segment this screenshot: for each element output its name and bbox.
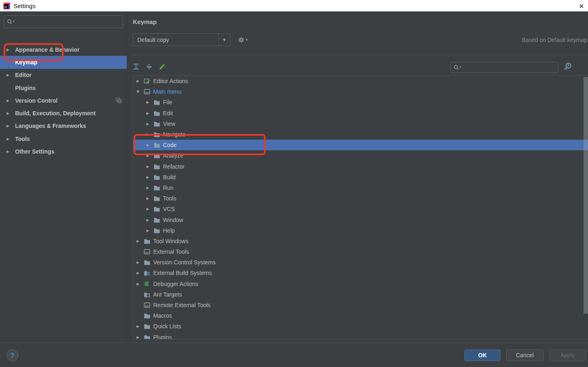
edit-shortcut-button[interactable] bbox=[159, 64, 165, 70]
tree-row[interactable]: ▶ Analyze bbox=[133, 150, 588, 161]
tree-row-label: VCS bbox=[163, 206, 175, 212]
chevron-right-icon[interactable]: ▶ bbox=[145, 186, 154, 190]
tree-row-label: Remote External Tools bbox=[153, 302, 211, 308]
chevron-right-icon[interactable]: ▼ bbox=[136, 90, 144, 94]
chevron-right-icon[interactable]: ▶ bbox=[136, 335, 144, 339]
page-title: Keymap bbox=[133, 18, 156, 25]
sidebar-item-version-control[interactable]: ▶ Version Control bbox=[0, 94, 127, 107]
tree-row[interactable]: ▶ Code bbox=[133, 140, 588, 150]
tree-row[interactable]: ▶ Window bbox=[133, 214, 588, 225]
chevron-down-icon: ▼ bbox=[246, 38, 248, 42]
chevron-right-icon[interactable]: ▶ bbox=[136, 271, 144, 275]
tree-row[interactable]: ▶ Run bbox=[133, 182, 588, 193]
sidebar-item-label: Appearance & Behavior bbox=[15, 46, 79, 53]
sidebar-item-languages-frameworks[interactable]: ▶ Languages & Frameworks bbox=[0, 120, 127, 132]
tree-row[interactable]: ▼ Main menu bbox=[133, 86, 588, 97]
tree-row-label: External Build Systems bbox=[153, 270, 212, 276]
tree-row[interactable]: Remote External Tools bbox=[133, 300, 588, 310]
chevron-right-icon[interactable]: ▶ bbox=[145, 154, 154, 158]
collapse-all-button[interactable] bbox=[146, 64, 152, 70]
expand-all-button[interactable] bbox=[133, 64, 139, 70]
sidebar-search-input[interactable] bbox=[15, 16, 123, 28]
chevron-right-icon[interactable]: ▶ bbox=[145, 122, 154, 126]
tree-row-label: Edit bbox=[163, 110, 173, 116]
chevron-right-icon[interactable]: ▶ bbox=[136, 239, 144, 243]
tree-row[interactable]: External Tools bbox=[133, 246, 588, 257]
folder-icon bbox=[154, 131, 161, 138]
help-button[interactable]: ? bbox=[7, 349, 18, 361]
tree-row[interactable]: ▶ File bbox=[133, 97, 588, 108]
tree-row[interactable]: ▶ Plugins bbox=[133, 332, 588, 340]
actions-tree: ▶ Editor Actions ▼ Main menu ▶ File ▶ Ed… bbox=[133, 75, 588, 339]
tree-row[interactable]: ▶ Editor Actions bbox=[133, 76, 588, 86]
tree-row[interactable]: ▶ Version Control Systems bbox=[133, 257, 588, 268]
chevron-right-icon[interactable]: ▶ bbox=[145, 143, 154, 147]
folder-icon bbox=[154, 206, 161, 212]
tree-row[interactable]: ▶ VCS bbox=[133, 204, 588, 214]
keymap-gear-button[interactable]: ▼ bbox=[238, 37, 248, 43]
search-icon bbox=[454, 64, 462, 70]
intellij-logo-icon: IJ bbox=[3, 2, 10, 9]
sidebar-item-appearance-behavior[interactable]: ▶ Appearance & Behavior bbox=[0, 43, 127, 56]
tree-row[interactable]: Macros bbox=[133, 310, 588, 321]
tree-row-label: Editor Actions bbox=[153, 78, 188, 84]
chevron-right-icon[interactable]: ▶ bbox=[136, 260, 144, 264]
chevron-right-icon: ▶ bbox=[7, 73, 15, 77]
window-title: Settings bbox=[13, 2, 35, 9]
sidebar-item-tools[interactable]: ▶ Tools bbox=[0, 132, 127, 145]
tree-row[interactable]: ▶ Tool Windows bbox=[133, 236, 588, 246]
chevron-right-icon[interactable]: ▶ bbox=[145, 229, 154, 233]
sidebar-item-keymap[interactable]: Keymap bbox=[0, 56, 127, 68]
close-icon[interactable]: × bbox=[579, 0, 584, 11]
cancel-button[interactable]: Cancel bbox=[506, 349, 544, 361]
chevron-right-icon[interactable]: ▶ bbox=[145, 196, 154, 200]
tree-row[interactable]: ▶ Refactor bbox=[133, 161, 588, 172]
sidebar-search-field[interactable] bbox=[4, 15, 123, 28]
sidebar-item-plugins[interactable]: Plugins bbox=[0, 81, 127, 94]
sidebar-item-label: Languages & Frameworks bbox=[15, 123, 86, 129]
tree-row[interactable]: ▶ Quick Lists bbox=[133, 321, 588, 332]
tree-row[interactable]: ▶ Help bbox=[133, 225, 588, 236]
sidebar-item-editor[interactable]: ▶ Editor bbox=[0, 69, 127, 81]
sidebar-item-label: Plugins bbox=[15, 85, 36, 91]
chevron-right-icon[interactable]: ▶ bbox=[136, 79, 144, 83]
sidebar-item-label: Version Control bbox=[15, 97, 57, 104]
vertical-scrollbar[interactable] bbox=[584, 77, 588, 314]
tree-row[interactable]: ▶ Debugger Actions bbox=[133, 279, 588, 289]
chevron-right-icon: ▶ bbox=[7, 111, 15, 115]
find-by-shortcut-button[interactable] bbox=[563, 62, 572, 72]
sidebar-item-build-execution-deployment[interactable]: ▶ Build, Execution, Deployment bbox=[0, 107, 127, 119]
chevron-down-icon[interactable]: ▼ bbox=[218, 34, 230, 46]
keymap-select[interactable]: Default copy ▼ bbox=[133, 33, 230, 46]
tree-row[interactable]: Ant Targets bbox=[133, 289, 588, 300]
chevron-right-icon[interactable]: ▶ bbox=[145, 165, 154, 169]
tree-row[interactable]: ▶ Navigate bbox=[133, 129, 588, 140]
tree-row[interactable]: ▶ Edit bbox=[133, 108, 588, 119]
sidebar-item-label: Build, Execution, Deployment bbox=[15, 110, 96, 116]
chevron-right-icon[interactable]: ▶ bbox=[145, 100, 154, 104]
actions-search-input[interactable] bbox=[462, 62, 558, 73]
tree-row-label: Refactor bbox=[163, 163, 185, 170]
ok-button[interactable]: OK bbox=[465, 349, 500, 361]
chevron-right-icon[interactable]: ▶ bbox=[145, 132, 154, 136]
folder-icon bbox=[144, 334, 151, 339]
apply-button[interactable]: Apply bbox=[549, 349, 586, 361]
chevron-right-icon[interactable]: ▶ bbox=[145, 111, 154, 115]
folder-icon bbox=[154, 110, 161, 116]
tree-row[interactable]: ▶ Build bbox=[133, 172, 588, 182]
folder-icon bbox=[154, 185, 161, 191]
actions-search-field[interactable] bbox=[450, 62, 558, 73]
chevron-right-icon[interactable]: ▶ bbox=[136, 282, 144, 286]
tree-row[interactable]: ▶ External Build Systems bbox=[133, 268, 588, 278]
expand-all-icon bbox=[133, 64, 139, 71]
titlebar: IJ Settings × bbox=[0, 0, 588, 11]
chevron-right-icon[interactable]: ▶ bbox=[145, 218, 154, 222]
chevron-right-icon[interactable]: ▶ bbox=[145, 175, 154, 179]
tree-row[interactable]: ▶ Tools bbox=[133, 193, 588, 204]
chevron-right-icon[interactable]: ▶ bbox=[145, 207, 154, 211]
sidebar-item-other-settings[interactable]: ▶ Other Settings bbox=[0, 145, 127, 158]
folder-gear-icon bbox=[144, 270, 151, 276]
chevron-right-icon[interactable]: ▶ bbox=[136, 324, 144, 328]
folder-icon bbox=[144, 238, 151, 244]
tree-row[interactable]: ▶ View bbox=[133, 119, 588, 129]
